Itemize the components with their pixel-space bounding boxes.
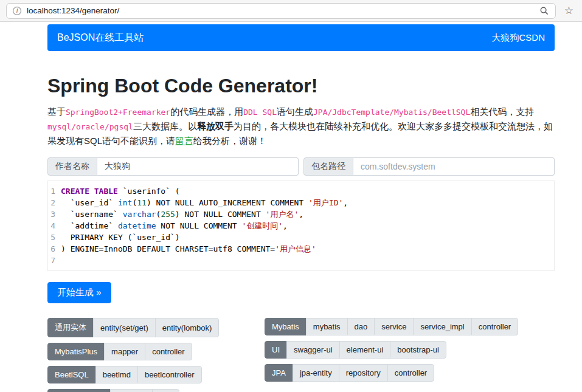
template-button[interactable]: swagger-ui [286,341,340,359]
code-line: 6) ENGINE=InnoDB DEFAULT CHARSET=utf8 CO… [48,243,554,255]
template-groups-left: 通用实体entity(set/get)entity(lombok)Mybatis… [47,318,265,392]
template-button[interactable]: entity(set/get) [93,318,156,337]
desc-segment: 三大数据库。以 [133,121,197,131]
template-button[interactable]: mapper [104,343,145,360]
bookmark-star-icon[interactable]: ☆ [562,5,576,16]
navbar: BeJSON在线工具站 大狼狗CSDN [47,24,555,51]
sql-editor[interactable]: 1CREATE TABLE `userinfo` (2 `user_id` in… [47,181,555,271]
code-line: 7 [48,255,554,266]
code-text: PRIMARY KEY (`user_id`) [61,232,180,243]
group-head-button[interactable]: JPA [265,364,293,382]
code-line: 5 PRIMARY KEY (`user_id`) [48,232,554,243]
code-text: `user_id` int(11) NOT NULL AUTO_INCREMEN… [61,197,348,208]
desc-segment: 基于 [47,106,66,117]
package-input-group: 包名路径 [303,157,555,176]
group-head-button[interactable]: 通用实体 [47,318,94,337]
template-button[interactable]: daoimpl [110,389,153,392]
page-title: Spring Boot Code Generator! [47,74,555,97]
description: 基于SpringBoot2+Freemarker的代码生成器，用DDL SQL语… [47,105,555,148]
template-button[interactable]: beetlcontroller [137,366,202,383]
group-head-button[interactable]: MybatisPlus [47,343,105,360]
button-group: Mybatismybatisdaoserviceservice_implcont… [265,318,518,335]
generate-button[interactable]: 开始生成 » [47,282,111,303]
line-number: 6 [48,243,61,255]
line-number: 7 [48,255,61,266]
template-groups-right: Mybatismybatisdaoserviceservice_implcont… [265,318,518,392]
code-text: CREATE TABLE `userinfo` ( [61,185,180,197]
button-group: UIswagger-uielement-uibootstrap-ui [265,341,446,359]
line-number: 4 [48,220,61,232]
package-label: 包名路径 [303,157,353,176]
code-line: 1CREATE TABLE `userinfo` ( [48,185,554,197]
template-groups: 通用实体entity(set/get)entity(lombok)Mybatis… [47,318,555,392]
template-button[interactable]: dao [152,389,180,392]
author-input[interactable] [97,157,299,176]
author-input-group: 作者名称 [47,157,299,176]
button-group: JPAjpa-entityrepositorycontroller [265,364,434,382]
group-head-button[interactable]: UI [265,341,287,359]
navbar-brand[interactable]: BeJSON在线工具站 [57,32,144,44]
navbar-right-link[interactable]: 大狼狗CSDN [491,32,545,44]
line-number: 2 [48,197,61,208]
code-text: ) ENGINE=InnoDB DEFAULT CHARSET=utf8 COM… [61,243,316,255]
group-head-button[interactable]: Mybatis [265,318,307,335]
code-text: `addtime` datetime NOT NULL COMMENT '创建时… [61,220,288,232]
desc-segment: 释放双手 [197,121,234,131]
group-head-button[interactable]: BeetlSQL [47,366,96,383]
template-button[interactable]: service_impl [413,318,471,335]
code-line: 3 `username` varchar(255) NOT NULL COMME… [48,208,554,220]
browser-toolbar: i localhost:1234/generator/ ☆ [0,0,582,22]
template-button[interactable]: mybatis [306,318,348,335]
address-bar[interactable]: i localhost:1234/generator/ [6,3,556,19]
desc-segment: 相关代码，支持 [470,106,534,117]
desc-segment: 语句生成 [277,106,313,117]
message-link[interactable]: 留言 [175,136,193,146]
button-group: JdbcTemplatedaoimpldao [47,389,179,392]
code-text: `username` varchar(255) NOT NULL COMMENT… [61,208,303,220]
url-text[interactable]: localhost:1234/generator/ [27,6,119,15]
desc-segment: DDL SQL [243,108,277,117]
code-line: 2 `user_id` int(11) NOT NULL AUTO_INCREM… [48,197,554,208]
line-number: 3 [48,208,61,220]
zoom-icon[interactable] [539,6,549,16]
button-group: MybatisPlusmappercontroller [47,343,192,360]
template-button[interactable]: dao [347,318,375,335]
template-button[interactable]: bootstrap-ui [390,341,446,359]
template-button[interactable]: service [374,318,414,335]
template-button[interactable]: controller [145,343,192,360]
page-container: BeJSON在线工具站 大狼狗CSDN Spring Boot Code Gen… [47,24,555,392]
button-group: 通用实体entity(set/get)entity(lombok) [47,318,219,337]
template-button[interactable]: beetlmd [95,366,138,383]
code-line: 4 `addtime` datetime NOT NULL COMMENT '创… [48,220,554,232]
desc-segment: 给我分析，谢谢！ [193,136,266,146]
desc-segment: SpringBoot2+Freemarker [66,108,170,117]
form-row: 作者名称 包名路径 [47,157,555,176]
button-group: BeetlSQLbeetlmdbeetlcontroller [47,366,202,383]
template-button[interactable]: controller [387,364,434,382]
template-button[interactable]: entity(lombok) [155,318,220,337]
line-number: 5 [48,232,61,243]
template-button[interactable]: repository [339,364,388,382]
group-head-button[interactable]: JdbcTemplate [47,389,111,392]
template-button[interactable]: jpa-entity [293,364,339,382]
page-info-icon[interactable]: i [13,7,21,15]
desc-segment: mysql/oracle/pgsql [47,122,133,131]
desc-segment: JPA/JdbcTemplate/Mybatis/BeetlSQL [313,108,470,117]
author-label: 作者名称 [47,157,97,176]
line-number: 1 [48,185,61,197]
desc-segment: 的代码生成器，用 [170,106,243,117]
template-button[interactable]: controller [471,318,518,335]
template-button[interactable]: element-ui [339,341,391,359]
package-input[interactable] [353,157,555,176]
